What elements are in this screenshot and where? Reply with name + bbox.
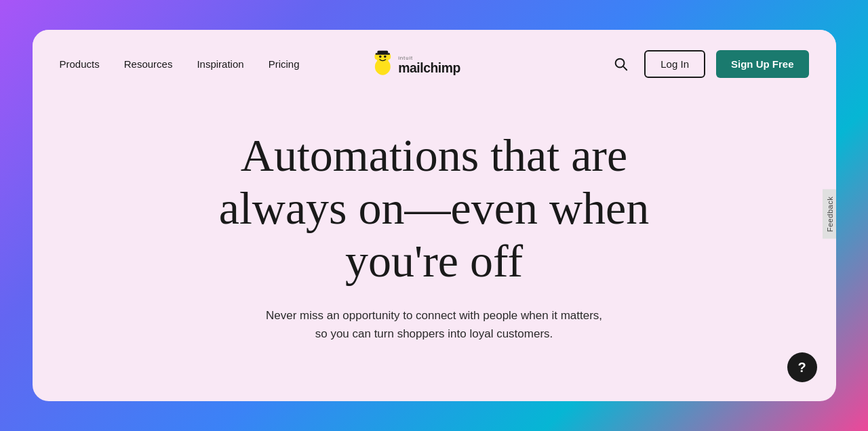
hero-subtitle: Never miss an opportunity to connect wit… bbox=[266, 306, 602, 343]
login-button[interactable]: Log In bbox=[644, 50, 705, 78]
navbar: Products Resources Inspiration Pricing bbox=[33, 30, 836, 98]
nav-item-pricing[interactable]: Pricing bbox=[269, 58, 300, 70]
search-icon bbox=[613, 56, 628, 71]
feedback-tab[interactable]: Feedback bbox=[823, 190, 836, 242]
signup-button[interactable]: Sign Up Free bbox=[716, 50, 809, 78]
nav-item-inspiration[interactable]: Inspiration bbox=[197, 58, 243, 70]
logo[interactable]: intuit mailchimp bbox=[368, 49, 500, 79]
nav-right: Log In Sign Up Free bbox=[608, 50, 808, 78]
svg-point-4 bbox=[379, 56, 382, 58]
svg-line-11 bbox=[623, 66, 627, 70]
hero-section: Automations that are always on—even when… bbox=[33, 98, 836, 401]
search-button[interactable] bbox=[608, 51, 633, 77]
nav-item-resources[interactable]: Resources bbox=[124, 58, 173, 70]
svg-text:mailchimp: mailchimp bbox=[398, 60, 460, 75]
main-container: Products Resources Inspiration Pricing bbox=[33, 30, 836, 401]
help-button[interactable]: ? bbox=[787, 352, 817, 382]
nav-item-products[interactable]: Products bbox=[60, 58, 100, 70]
feedback-label: Feedback bbox=[823, 190, 836, 239]
svg-rect-7 bbox=[376, 53, 390, 55]
svg-point-5 bbox=[384, 56, 387, 58]
hero-title: Automations that are always on—even when… bbox=[197, 129, 671, 288]
mailchimp-logo: intuit mailchimp bbox=[368, 49, 500, 79]
nav-left: Products Resources Inspiration Pricing bbox=[60, 58, 300, 70]
